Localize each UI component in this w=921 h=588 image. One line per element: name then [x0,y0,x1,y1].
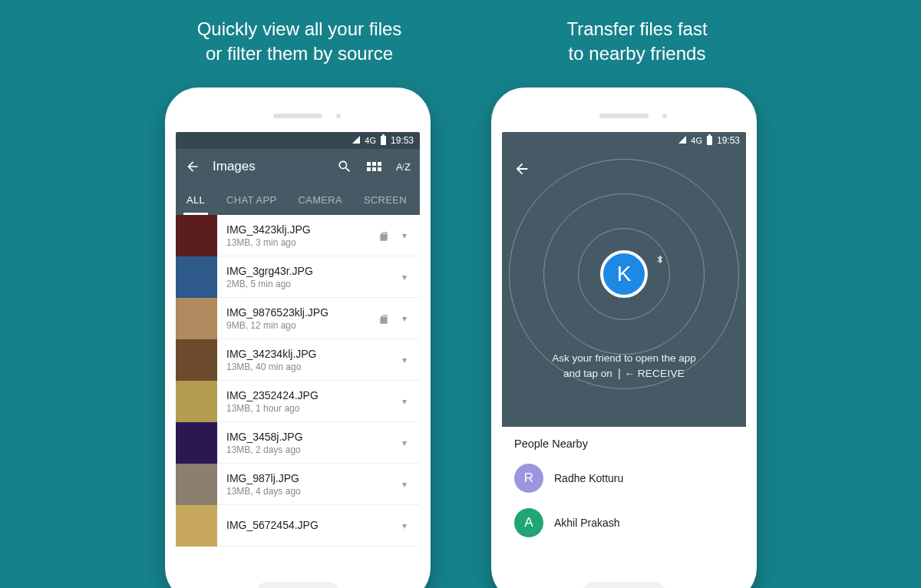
file-name: IMG_5672454.JPG [226,519,394,531]
network-label: 4G [691,136,702,145]
row-menu-button[interactable]: ▾ [394,438,415,448]
file-row[interactable]: IMG_5672454.JPG▾ [176,505,420,547]
caption-text: Transfer files fast [566,18,707,39]
home-button[interactable] [256,582,340,588]
file-thumbnail [176,339,217,381]
tab-chat-app[interactable]: CHAT APP [216,184,288,215]
row-menu-button[interactable]: ▾ [394,230,415,241]
person-name: Radhe Kotturu [554,472,623,484]
file-subtitle: 13MB, 4 days ago [226,486,394,497]
file-name: IMG_9876523klj.JPG [226,306,378,319]
sort-button[interactable]: A↓Z [394,157,412,176]
row-menu-button[interactable]: ▾ [394,313,415,324]
file-subtitle: 2MB, 5 min ago [226,279,394,289]
arrow-left-icon [185,159,200,174]
screen-left: 4G 19:53 Images A↓Z ALL [176,132,420,576]
file-meta: IMG_9876523klj.JPG9MB, 12 min ago [217,306,378,331]
self-avatar: K [600,250,648,298]
file-meta: IMG_2352424.JPG13MB, 1 hour ago [217,389,394,414]
file-meta: IMG_34234klj.JPG13MB, 40 min ago [217,348,394,372]
file-name: IMG_3423klj.JPG [226,223,378,236]
battery-icon [707,136,712,145]
sensor-dot [662,114,667,118]
file-subtitle: 13MB, 3 min ago [226,237,378,248]
nearby-person[interactable]: R Radhe Kotturu [514,456,734,500]
file-name: IMG_3458j.JPG [226,431,394,443]
transfer-radar-panel: K Ask your friend to open the app and ta… [502,149,746,427]
file-name: IMG_3grg43r.JPG [226,265,394,277]
status-bar: 4G 19:53 [502,132,746,149]
device-frame-left: 4G 19:53 Images A↓Z ALL [165,88,431,588]
back-button[interactable] [513,160,531,178]
sd-card-icon [378,313,391,324]
marketing-caption-left: Quickly view all your files or filter th… [154,17,445,67]
people-nearby-title: People Nearby [514,438,734,450]
file-subtitle: 13MB, 40 min ago [226,362,394,372]
avatar-letter: A [524,515,533,530]
avatar-letter: K [617,262,632,286]
file-row[interactable]: IMG_3423klj.JPG13MB, 3 min ago▾ [176,215,420,256]
bluetooth-icon [655,253,665,268]
row-menu-button[interactable]: ▾ [394,355,415,365]
file-thumbnail [176,381,217,422]
tab-camera[interactable]: CAMERA [288,184,353,215]
file-thumbnail [176,256,217,298]
caption-text: Quickly view all your files [197,18,402,39]
filter-tabs: ALL CHAT APP CAMERA SCREEN [176,184,420,215]
file-row[interactable]: IMG_2352424.JPG13MB, 1 hour ago▾ [176,381,420,422]
file-thumbnail [176,422,217,464]
file-row[interactable]: IMG_987lj.JPG13MB, 4 days ago▾ [176,464,420,505]
tab-screen[interactable]: SCREEN [353,184,418,215]
file-name: IMG_2352424.JPG [226,389,394,401]
file-row[interactable]: IMG_3grg43r.JPG2MB, 5 min ago▾ [176,256,420,298]
file-meta: IMG_5672454.JPG [217,519,394,533]
file-meta: IMG_3423klj.JPG13MB, 3 min ago [217,223,378,248]
signal-icon [678,135,686,146]
clock: 19:53 [717,135,740,146]
row-menu-button[interactable]: ▾ [394,479,415,490]
screen-right: 4G 19:53 K [502,132,746,576]
status-bar: 4G 19:53 [176,132,420,149]
signal-icon [352,135,360,146]
page-title: Images [213,159,325,174]
row-menu-button[interactable]: ▾ [394,272,415,282]
arrow-left-icon [513,160,530,177]
file-thumbnail [176,464,217,505]
home-button[interactable] [582,582,666,588]
avatar-letter: R [524,471,533,486]
search-icon [337,159,352,174]
search-button[interactable] [335,157,354,176]
radar: K [509,195,739,352]
file-meta: IMG_987lj.JPG13MB, 4 days ago [217,472,394,497]
speaker-slot [599,114,649,118]
sort-az-icon: A↓Z [396,161,410,173]
sd-card-icon [378,230,391,241]
caption-text: or filter them by source [206,43,393,64]
file-row[interactable]: IMG_3458j.JPG13MB, 2 days ago▾ [176,422,420,464]
file-list[interactable]: IMG_3423klj.JPG13MB, 3 min ago▾IMG_3grg4… [176,215,420,576]
file-thumbnail [176,298,217,339]
people-nearby-section: People Nearby R Radhe Kotturu A Akhil Pr… [502,427,746,576]
grid-icon [367,162,381,171]
row-menu-button[interactable]: ▾ [394,520,415,531]
row-menu-button[interactable]: ▾ [394,396,415,407]
file-subtitle: 13MB, 2 days ago [226,444,394,455]
network-label: 4G [365,136,376,145]
view-grid-button[interactable] [365,157,383,176]
sensor-dot [336,114,341,118]
app-bar: Images A↓Z ALL CHAT APP CAMERA SCREEN [176,149,420,215]
tab-all[interactable]: ALL [176,184,216,215]
battery-icon [381,136,386,145]
caption-text: to nearby friends [569,43,706,64]
device-frame-right: 4G 19:53 K [491,88,757,588]
nearby-person[interactable]: A Akhil Prakash [514,500,734,545]
file-row[interactable]: IMG_34234klj.JPG13MB, 40 min ago▾ [176,339,420,381]
speaker-slot [273,114,322,118]
back-button[interactable] [183,157,202,176]
file-row[interactable]: IMG_9876523klj.JPG9MB, 12 min ago▾ [176,298,420,339]
file-meta: IMG_3grg43r.JPG2MB, 5 min ago [217,265,394,289]
person-avatar: A [514,508,543,537]
person-name: Akhil Prakash [554,517,620,529]
file-thumbnail [176,215,217,256]
file-name: IMG_34234klj.JPG [226,348,394,360]
